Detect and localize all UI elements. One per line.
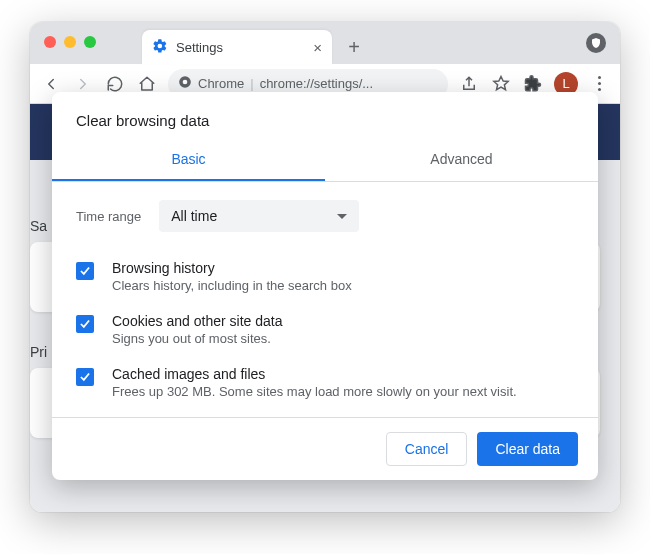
omnibox-url: chrome://settings/...	[260, 76, 373, 91]
dialog-footer: Cancel Clear data	[52, 417, 598, 480]
gear-icon	[152, 38, 168, 57]
option-title: Cached images and files	[112, 366, 517, 382]
option-desc: Clears history, including in the search …	[112, 278, 352, 293]
close-tab-button[interactable]: ×	[313, 39, 322, 56]
time-range-value: All time	[171, 208, 217, 224]
cancel-button[interactable]: Cancel	[386, 432, 468, 466]
checkbox-cache[interactable]	[76, 368, 94, 386]
chrome-icon	[178, 75, 192, 92]
option-desc: Signs you out of most sites.	[112, 331, 282, 346]
profile-badge-icon[interactable]	[586, 33, 606, 53]
svg-point-1	[183, 80, 188, 85]
time-range-label: Time range	[76, 209, 141, 224]
time-range-row: Time range All time	[76, 200, 574, 232]
option-desc: Frees up 302 MB. Some sites may load mor…	[112, 384, 517, 399]
bg-label: Sa	[30, 218, 47, 234]
window-controls	[44, 36, 96, 48]
option-cookies: Cookies and other site data Signs you ou…	[76, 303, 574, 356]
dialog-tabs: Basic Advanced	[52, 139, 598, 182]
checkbox-browsing-history[interactable]	[76, 262, 94, 280]
menu-button[interactable]	[588, 76, 610, 91]
tab-basic[interactable]: Basic	[52, 139, 325, 181]
option-title: Cookies and other site data	[112, 313, 282, 329]
minimize-window-button[interactable]	[64, 36, 76, 48]
maximize-window-button[interactable]	[84, 36, 96, 48]
option-title: Browsing history	[112, 260, 352, 276]
time-range-select[interactable]: All time	[159, 200, 359, 232]
close-window-button[interactable]	[44, 36, 56, 48]
browser-tab[interactable]: Settings ×	[142, 30, 332, 64]
bg-label: Pri	[30, 344, 47, 360]
tab-advanced[interactable]: Advanced	[325, 139, 598, 181]
clear-data-button[interactable]: Clear data	[477, 432, 578, 466]
tab-title: Settings	[176, 40, 223, 55]
chevron-down-icon	[337, 214, 347, 219]
new-tab-button[interactable]: +	[340, 33, 368, 61]
clear-browsing-data-dialog: Clear browsing data Basic Advanced Time …	[52, 92, 598, 480]
tab-bar: Settings × +	[30, 22, 620, 64]
option-cache: Cached images and files Frees up 302 MB.…	[76, 356, 574, 409]
checkbox-cookies[interactable]	[76, 315, 94, 333]
option-browsing-history: Browsing history Clears history, includi…	[76, 250, 574, 303]
dialog-title: Clear browsing data	[52, 92, 598, 139]
omnibox-label: Chrome	[198, 76, 244, 91]
